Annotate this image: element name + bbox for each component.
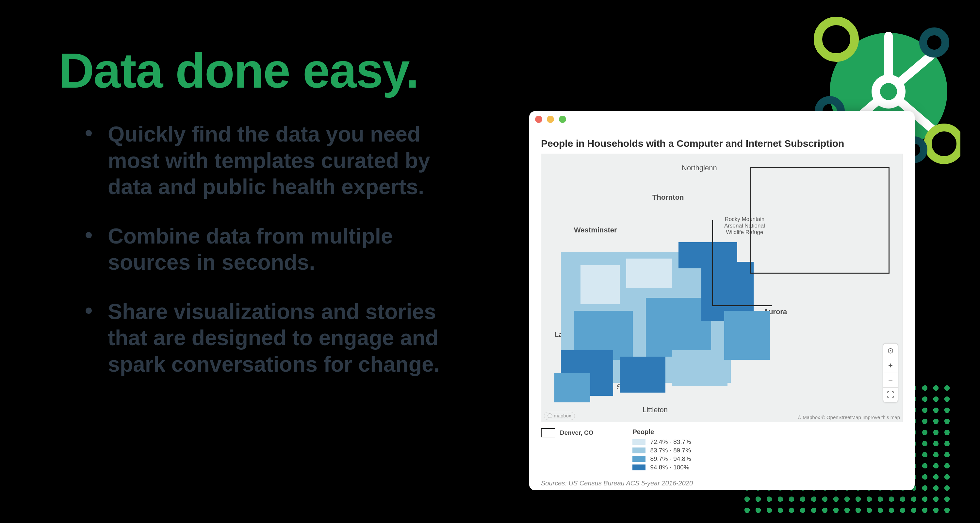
svg-point-8 xyxy=(928,128,960,160)
fullscreen-button[interactable]: ⛶ xyxy=(883,387,898,402)
browser-window: People in Households with a Computer and… xyxy=(529,111,915,490)
legend-region-label: Denver, CO xyxy=(560,429,593,436)
map-label-littleton: Littleton xyxy=(643,406,668,414)
map-controls: ⊙ + − ⛶ xyxy=(883,343,898,402)
minimize-dot-icon xyxy=(547,116,554,123)
bullet-item: Share visualizations and stories that ar… xyxy=(85,298,444,378)
legend-bin: 72.4% - 83.7% xyxy=(632,438,691,445)
mapbox-badge[interactable]: ⓘ mapbox xyxy=(544,412,575,420)
svg-point-7 xyxy=(818,21,854,57)
outline-swatch-icon xyxy=(541,428,555,437)
swatch-icon xyxy=(632,448,646,453)
legend-bin: 89.7% - 94.8% xyxy=(632,455,691,462)
swatch-icon xyxy=(632,439,646,445)
legend-bin-label: 89.7% - 94.8% xyxy=(650,455,691,462)
page-headline: Data done easy. xyxy=(59,43,418,99)
legend-bin: 94.8% - 100% xyxy=(632,464,691,471)
legend-metric: People 72.4% - 83.7% 83.7% - 89.7% 89.7%… xyxy=(632,428,691,472)
swatch-icon xyxy=(632,464,646,470)
map-attribution[interactable]: © Mapbox © OpenStreetMap Improve this ma… xyxy=(798,415,900,420)
legend-metric-heading: People xyxy=(632,428,691,436)
reset-north-button[interactable]: ⊙ xyxy=(883,344,898,358)
bullet-item: Combine data from multiple sources in se… xyxy=(85,223,444,276)
legend-bin-label: 94.8% - 100% xyxy=(650,464,689,471)
map-title: People in Households with a Computer and… xyxy=(541,138,903,149)
bullet-item: Quickly find the data you need most with… xyxy=(85,121,444,200)
svg-point-9 xyxy=(923,31,945,54)
zoom-out-button[interactable]: − xyxy=(883,373,898,387)
legend-region: Denver, CO xyxy=(541,428,593,472)
close-dot-icon xyxy=(535,116,542,123)
choropleth-map[interactable]: Northglenn Thornton Westminster Rocky Mo… xyxy=(541,154,903,423)
legend-bin: 83.7% - 89.7% xyxy=(632,447,691,454)
sources-text: Sources: US Census Bureau ACS 5-year 201… xyxy=(541,480,903,487)
zoom-in-button[interactable]: + xyxy=(883,358,898,373)
maximize-dot-icon xyxy=(559,116,566,123)
svg-point-6 xyxy=(880,83,897,100)
legend-bin-label: 72.4% - 83.7% xyxy=(650,438,691,445)
bullet-list: Quickly find the data you need most with… xyxy=(85,121,444,400)
region-outline xyxy=(750,167,889,274)
legend-bin-label: 83.7% - 89.7% xyxy=(650,447,691,454)
map-label-thornton: Thornton xyxy=(652,193,684,202)
window-controls xyxy=(529,111,915,132)
swatch-icon xyxy=(632,456,646,462)
map-label-northglenn: Northglenn xyxy=(682,164,717,172)
